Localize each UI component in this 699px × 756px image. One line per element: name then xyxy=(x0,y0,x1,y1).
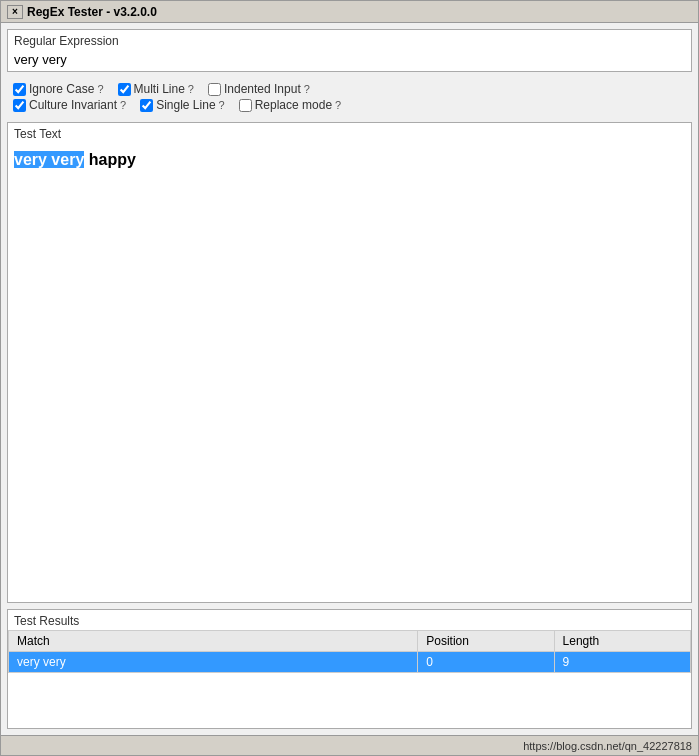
options-panel: Ignore Case ? Multi Line ? Indented Inpu… xyxy=(7,78,692,116)
indented-input-checkbox[interactable] xyxy=(208,83,221,96)
results-label: Test Results xyxy=(8,610,691,630)
regex-input[interactable] xyxy=(8,50,691,71)
test-text-area[interactable]: very very happy xyxy=(8,143,691,602)
option-ignore-case: Ignore Case ? xyxy=(13,82,104,96)
single-line-checkbox[interactable] xyxy=(140,99,153,112)
results-header-row: Match Position Length xyxy=(9,631,691,652)
header-match: Match xyxy=(9,631,418,652)
ignore-case-label: Ignore Case xyxy=(29,82,94,96)
results-table: Match Position Length very very 0 9 xyxy=(8,630,691,673)
option-indented-input: Indented Input ? xyxy=(208,82,310,96)
close-icon: × xyxy=(12,6,18,17)
indented-input-label: Indented Input xyxy=(224,82,301,96)
single-line-help[interactable]: ? xyxy=(219,99,225,111)
app-window: × RegEx Tester - v3.2.0.0 Regular Expres… xyxy=(0,0,699,756)
multi-line-label: Multi Line xyxy=(134,82,185,96)
culture-invariant-help[interactable]: ? xyxy=(120,99,126,111)
option-multi-line: Multi Line ? xyxy=(118,82,194,96)
multi-line-help[interactable]: ? xyxy=(188,83,194,95)
options-row-2: Culture Invariant ? Single Line ? Replac… xyxy=(13,98,686,112)
status-url: https://blog.csdn.net/qn_42227818 xyxy=(523,740,692,752)
ignore-case-checkbox[interactable] xyxy=(13,83,26,96)
results-section: Test Results Match Position Length very … xyxy=(7,609,692,729)
culture-invariant-checkbox[interactable] xyxy=(13,99,26,112)
option-replace-mode: Replace mode ? xyxy=(239,98,342,112)
header-length: Length xyxy=(554,631,690,652)
close-button[interactable]: × xyxy=(7,5,23,19)
replace-mode-checkbox[interactable] xyxy=(239,99,252,112)
replace-mode-help[interactable]: ? xyxy=(335,99,341,111)
option-single-line: Single Line ? xyxy=(140,98,225,112)
header-position: Position xyxy=(418,631,554,652)
main-content: Regular Expression Ignore Case ? Multi L… xyxy=(1,23,698,735)
single-line-label: Single Line xyxy=(156,98,215,112)
cell-position: 0 xyxy=(418,652,554,673)
culture-invariant-label: Culture Invariant xyxy=(29,98,117,112)
regex-section-label: Regular Expression xyxy=(8,30,691,50)
cell-match: very very xyxy=(9,652,418,673)
option-culture-invariant: Culture Invariant ? xyxy=(13,98,126,112)
matched-text-highlight: very very xyxy=(14,151,84,168)
options-row-1: Ignore Case ? Multi Line ? Indented Inpu… xyxy=(13,82,686,96)
status-bar: https://blog.csdn.net/qn_42227818 xyxy=(1,735,698,755)
test-text-label: Test Text xyxy=(8,123,691,143)
replace-mode-label: Replace mode xyxy=(255,98,332,112)
table-row[interactable]: very very 0 9 xyxy=(9,652,691,673)
ignore-case-help[interactable]: ? xyxy=(97,83,103,95)
multi-line-checkbox[interactable] xyxy=(118,83,131,96)
regex-section: Regular Expression xyxy=(7,29,692,72)
title-bar: × RegEx Tester - v3.2.0.0 xyxy=(1,1,698,23)
unmatched-text: happy xyxy=(84,151,136,168)
test-text-section: Test Text very very happy xyxy=(7,122,692,603)
window-title: RegEx Tester - v3.2.0.0 xyxy=(27,5,157,19)
cell-length: 9 xyxy=(554,652,690,673)
indented-input-help[interactable]: ? xyxy=(304,83,310,95)
